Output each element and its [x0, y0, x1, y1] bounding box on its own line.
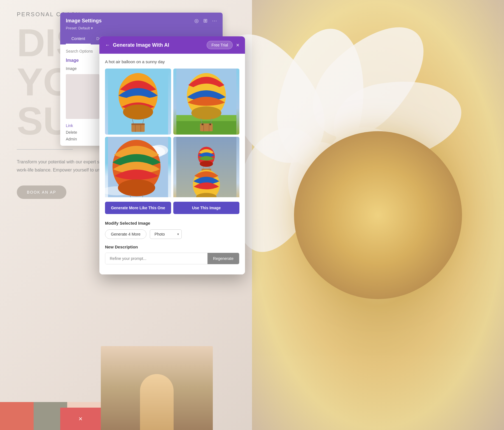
- generated-image-1[interactable]: [105, 69, 171, 135]
- generated-images-grid: [105, 69, 239, 197]
- svg-point-33: [200, 161, 213, 167]
- generated-image-4[interactable]: [173, 137, 239, 197]
- more-options-icon[interactable]: ⋯: [212, 18, 217, 24]
- panel-header-icons: ◎ ⊞ ⋯: [194, 18, 217, 24]
- ai-modal-header-right: Free Trial ×: [207, 41, 239, 49]
- panel-header-top: Image Settings ◎ ⊞ ⋯: [66, 18, 217, 24]
- photo-style-select[interactable]: Photo Illustration Painting Sketch: [150, 229, 182, 239]
- panel-title: Image Settings: [66, 18, 102, 24]
- ai-modal-title: Generate Image With AI: [113, 42, 169, 48]
- svg-point-26: [118, 179, 155, 196]
- photo-style-wrapper: Photo Illustration Painting Sketch ▾: [150, 229, 182, 239]
- regenerate-button[interactable]: Regenerate: [207, 253, 239, 264]
- svg-point-13: [191, 106, 221, 119]
- grid-icon[interactable]: ⊞: [203, 18, 207, 24]
- generated-image-2[interactable]: [173, 69, 239, 135]
- generated-image-3[interactable]: [105, 137, 171, 197]
- close-icon[interactable]: ×: [236, 42, 239, 48]
- x-close-icon[interactable]: ×: [78, 415, 82, 423]
- background-flower-image: [252, 0, 504, 430]
- ai-modal-header: ← Generate Image With AI Free Trial ×: [99, 36, 245, 54]
- svg-point-2: [123, 105, 153, 120]
- desc-input-row: Regenerate: [105, 253, 239, 264]
- ai-modal-body: A hot air balloon on a sunny day: [99, 54, 245, 274]
- book-appointment-button[interactable]: BOOK AN AP: [17, 185, 66, 199]
- modify-controls: Generate 4 More Photo Illustration Paint…: [105, 229, 239, 239]
- generate-more-button[interactable]: Generate More Like This One: [105, 202, 171, 214]
- refine-prompt-input[interactable]: [105, 253, 207, 264]
- svg-point-19: [202, 123, 203, 125]
- action-buttons: Generate More Like This One Use This Ima…: [105, 202, 239, 214]
- generate-4-button[interactable]: Generate 4 More: [105, 229, 146, 239]
- new-description-section: New Description Regenerate: [105, 245, 239, 264]
- back-arrow-icon[interactable]: ←: [105, 42, 110, 48]
- svg-rect-6: [131, 123, 144, 125]
- tab-content[interactable]: Content: [66, 34, 91, 44]
- modify-title: Modify Selected Image: [105, 221, 239, 225]
- ai-generate-modal: ← Generate Image With AI Free Trial × A …: [99, 36, 245, 274]
- svg-point-20: [209, 123, 211, 125]
- prompt-display: A hot air balloon on a sunny day: [105, 59, 239, 64]
- x-close-overlay[interactable]: ×: [60, 408, 101, 430]
- use-image-button[interactable]: Use This Image: [173, 202, 239, 214]
- ai-modal-header-left: ← Generate Image With AI: [105, 42, 169, 48]
- free-trial-badge[interactable]: Free Trial: [207, 41, 233, 49]
- person-image: [101, 346, 213, 430]
- target-icon[interactable]: ◎: [194, 18, 199, 24]
- bg-divider: [17, 149, 73, 150]
- modify-section: Modify Selected Image Generate 4 More Ph…: [105, 221, 239, 239]
- image-placeholder: [66, 74, 99, 119]
- new-desc-title: New Description: [105, 245, 239, 249]
- swatch-red: [0, 402, 34, 430]
- panel-preset[interactable]: Preset: Default ▾: [66, 26, 217, 30]
